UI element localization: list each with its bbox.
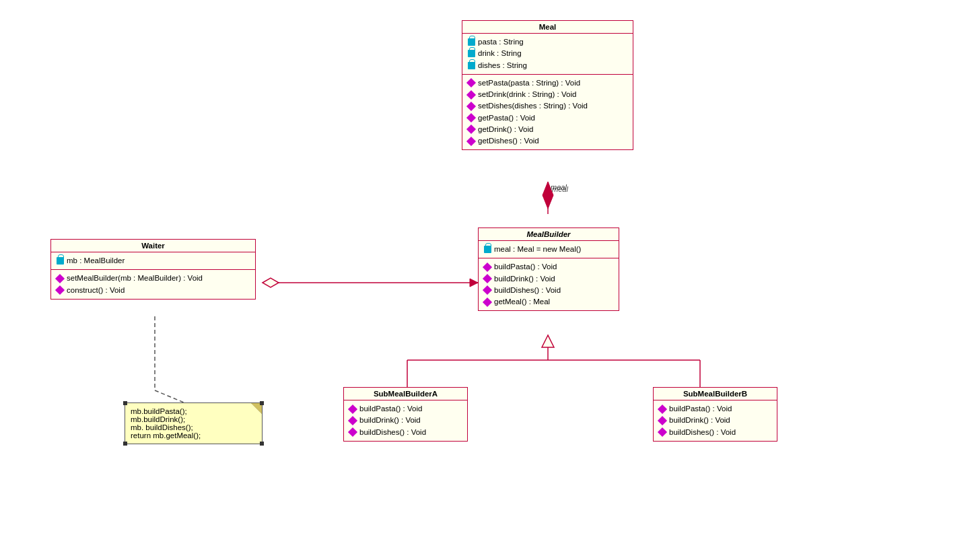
mealbuilder-class-box: MealBuilder meal : Meal = new Meal() bui… (478, 228, 619, 311)
note-box: mb.buildPasta(); mb.buildDrink(); mb. bu… (125, 403, 263, 444)
diamond-icon-setdishes (466, 102, 476, 111)
waiter-methods-section: setMealBuilder(mb : MealBuilder) : Void … (51, 270, 255, 299)
lock-icon-mb-meal (483, 245, 492, 254)
diamond-icon-mb-builddishes (483, 285, 492, 295)
waiter-method-setmealbuilder: setMealBuilder(mb : MealBuilder) : Void (55, 273, 251, 284)
mealbuilder-method-buildpasta: buildPasta() : Void (483, 261, 615, 273)
diamond-icon-smbb-builddishes (658, 427, 667, 437)
diamond-icon-getdrink (466, 125, 476, 134)
diamond-icon-mb-getmeal (483, 298, 492, 307)
note-line-3: mb. buildDishes(); (131, 423, 256, 431)
mealbuilder-method-builddishes: buildDishes() : Void (483, 285, 615, 296)
meal-method-getdishes: getDishes() : Void (466, 135, 629, 147)
mealbuilder-field-meal: meal : Meal = new Meal() (483, 244, 615, 255)
smba-method-builddrink: buildDrink() : Void (348, 415, 463, 426)
uml-canvas: meal Meal pasta : String drink : String … (0, 0, 974, 560)
submealbuildera-title: SubMealBuilderA (344, 388, 467, 400)
waiter-title: Waiter (51, 240, 255, 252)
diamond-icon-smba-builddishes (348, 427, 357, 437)
mealbuilder-title: MealBuilder (479, 228, 619, 241)
diamond-icon-setpasta (466, 78, 476, 88)
lock-icon-pasta (466, 38, 476, 47)
waiter-method-construct: construct() : Void (55, 285, 251, 296)
meal-field-drink: drink : String (466, 48, 629, 59)
note-line-4: return mb.getMeal(); (131, 431, 256, 440)
meal-methods-section: setPasta(pasta : String) : Void setDrink… (462, 75, 633, 150)
meal-class-box: Meal pasta : String drink : String dishe… (462, 20, 633, 150)
mealbuilder-method-builddrink: buildDrink() : Void (483, 273, 615, 285)
diamond-icon-smbb-builddrink (658, 416, 667, 425)
svg-marker-3 (263, 278, 279, 287)
corner-sq-bl (123, 442, 127, 446)
waiter-field-mb: mb : MealBuilder (55, 255, 251, 267)
diamond-icon-waiter-setmb (55, 274, 65, 283)
smbb-method-builddrink: buildDrink() : Void (658, 415, 773, 426)
submealbuildera-class-box: SubMealBuilderA buildPasta() : Void buil… (343, 387, 468, 442)
mealbuilder-methods-section: buildPasta() : Void buildDrink() : Void … (479, 258, 619, 310)
meal-method-getpasta: getPasta() : Void (466, 112, 629, 124)
lock-icon-waiter-mb (55, 256, 65, 266)
smba-method-buildpasta: buildPasta() : Void (348, 403, 463, 415)
diamond-icon-getdishes (466, 137, 476, 146)
submealbuilderb-methods-section: buildPasta() : Void buildDrink() : Void … (654, 400, 777, 441)
meal-method-setdrink: setDrink(drink : String) : Void (466, 89, 629, 100)
mealbuilder-fields-section: meal : Meal = new Meal() (479, 241, 619, 258)
submealbuilderb-title: SubMealBuilderB (654, 388, 777, 400)
waiter-fields-section: mb : MealBuilder (51, 252, 255, 270)
meal-method-setdishes: setDishes(dishes : String) : Void (466, 100, 629, 112)
corner-sq-tr (260, 401, 264, 405)
lock-icon-dishes (466, 61, 476, 70)
submealbuildera-methods-section: buildPasta() : Void buildDrink() : Void … (344, 400, 467, 441)
meal-field-dishes: dishes : String (466, 60, 629, 71)
lock-icon-drink (466, 49, 476, 59)
note-line-2: mb.buildDrink(); (131, 415, 256, 423)
svg-marker-6 (542, 335, 554, 347)
diamond-icon-smbb-buildpasta (658, 405, 667, 414)
diamond-icon-smba-builddrink (348, 416, 357, 425)
smbb-method-buildpasta: buildPasta() : Void (658, 403, 773, 415)
diamond-icon-getpasta (466, 113, 476, 123)
diamond-icon-setdrink (466, 90, 476, 100)
diamond-icon-waiter-construct (55, 285, 65, 295)
mealbuilder-method-getmeal: getMeal() : Meal (483, 296, 615, 308)
diamond-icon-mb-buildpasta (483, 262, 492, 272)
meal-association-label: meal (552, 185, 568, 193)
submealbuilderb-class-box: SubMealBuilderB buildPasta() : Void buil… (653, 387, 777, 442)
meal-field-pasta: pasta : String (466, 36, 629, 48)
meal-method-setpasta: setPasta(pasta : String) : Void (466, 77, 629, 89)
meal-title: Meal (462, 21, 633, 34)
corner-sq-tl (123, 401, 127, 405)
smbb-method-builddishes: buildDishes() : Void (658, 427, 773, 438)
meal-fields-section: pasta : String drink : String dishes : S… (462, 34, 633, 75)
diamond-icon-mb-builddrink (483, 274, 492, 283)
diamond-icon-smba-buildpasta (348, 405, 357, 414)
smba-method-builddishes: buildDishes() : Void (348, 427, 463, 438)
note-line-1: mb.buildPasta(); (131, 407, 256, 415)
meal-method-getdrink: getDrink() : Void (466, 124, 629, 135)
corner-sq-br (260, 442, 264, 446)
waiter-class-box: Waiter mb : MealBuilder setMealBuilder(m… (50, 239, 256, 300)
svg-marker-4 (470, 279, 478, 287)
